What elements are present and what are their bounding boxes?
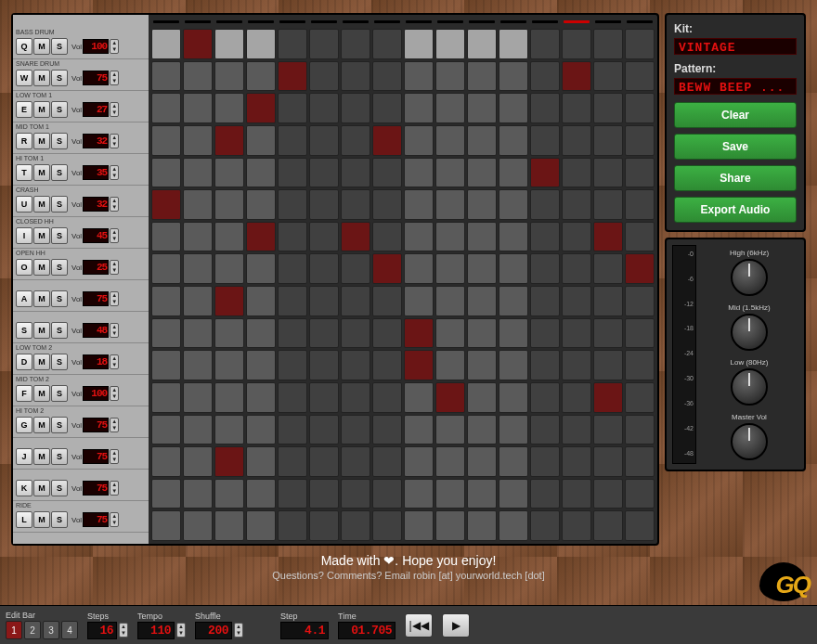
step-cell[interactable]	[593, 350, 623, 380]
step-cell[interactable]	[467, 350, 497, 380]
step-cell[interactable]	[404, 61, 434, 92]
step-cell[interactable]	[530, 286, 560, 316]
step-cell[interactable]	[499, 222, 528, 252]
step-cell[interactable]	[309, 382, 339, 413]
step-cell[interactable]	[499, 125, 528, 156]
step-cell[interactable]	[309, 350, 339, 380]
vol-spinner[interactable]: ▲▼	[110, 102, 119, 117]
step-cell[interactable]	[341, 350, 370, 380]
step-cell[interactable]	[214, 158, 244, 188]
vol-spinner[interactable]: ▲▼	[110, 512, 119, 527]
step-cell[interactable]	[467, 125, 497, 156]
step-cell[interactable]	[278, 222, 307, 252]
vol-spinner[interactable]: ▲▼	[110, 39, 119, 54]
step-cell[interactable]	[341, 415, 370, 445]
step-cell[interactable]	[562, 479, 591, 509]
step-cell[interactable]	[246, 253, 276, 284]
step-cell[interactable]	[404, 382, 434, 413]
step-cell[interactable]	[625, 61, 655, 92]
step-cell[interactable]	[309, 286, 339, 316]
step-cell[interactable]	[467, 158, 497, 188]
vol-spinner[interactable]: ▲▼	[110, 291, 119, 306]
vol-display[interactable]: 32	[83, 197, 109, 212]
step-cell[interactable]	[499, 479, 528, 509]
step-cell[interactable]	[341, 318, 370, 349]
step-cell[interactable]	[151, 382, 181, 413]
step-cell[interactable]	[214, 415, 244, 445]
step-cell[interactable]	[435, 189, 465, 220]
step-cell[interactable]	[341, 61, 370, 92]
step-cell[interactable]	[372, 446, 402, 477]
step-cell[interactable]	[372, 415, 402, 445]
step-cell[interactable]	[625, 415, 655, 445]
step-cell[interactable]	[593, 510, 623, 541]
mute-button[interactable]: M	[33, 70, 50, 86]
step-cell[interactable]	[309, 318, 339, 349]
export-audio-button[interactable]: Export Audio	[674, 197, 797, 223]
step-cell[interactable]	[341, 510, 370, 541]
mute-button[interactable]: M	[33, 417, 50, 433]
mute-button[interactable]: M	[33, 480, 50, 496]
step-cell[interactable]	[404, 446, 434, 477]
step-cell[interactable]	[562, 382, 591, 413]
step-cell[interactable]	[435, 286, 465, 316]
step-cell[interactable]	[530, 93, 560, 123]
step-cell[interactable]	[530, 415, 560, 445]
step-cell[interactable]	[593, 222, 623, 252]
track-key-button[interactable]: R	[16, 133, 32, 149]
step-cell[interactable]	[372, 93, 402, 123]
vol-spinner[interactable]: ▲▼	[110, 418, 119, 432]
step-cell[interactable]	[278, 510, 307, 541]
step-cell[interactable]	[246, 158, 276, 188]
step-cell[interactable]	[278, 29, 307, 59]
step-cell[interactable]	[625, 479, 655, 509]
vol-display[interactable]: 75	[83, 71, 109, 85]
step-cell[interactable]	[593, 479, 623, 509]
solo-button[interactable]: S	[51, 385, 68, 402]
step-cell[interactable]	[562, 125, 591, 156]
step-cell[interactable]	[530, 318, 560, 349]
step-cell[interactable]	[278, 158, 307, 188]
step-cell[interactable]	[183, 382, 213, 413]
step-cell[interactable]	[625, 510, 655, 541]
step-cell[interactable]	[183, 253, 213, 284]
step-cell[interactable]	[499, 415, 528, 445]
step-cell[interactable]	[183, 415, 213, 445]
step-cell[interactable]	[625, 318, 655, 349]
step-cell[interactable]	[183, 125, 213, 156]
step-cell[interactable]	[183, 350, 213, 380]
tempo-display[interactable]: 110	[137, 622, 175, 639]
mute-button[interactable]: M	[33, 511, 50, 528]
step-cell[interactable]	[183, 318, 213, 349]
step-cell[interactable]	[562, 61, 591, 92]
step-cell[interactable]	[278, 382, 307, 413]
step-cell[interactable]	[593, 158, 623, 188]
step-cell[interactable]	[214, 93, 244, 123]
vol-display[interactable]: 18	[83, 354, 109, 369]
step-cell[interactable]	[625, 382, 655, 413]
step-cell[interactable]	[372, 479, 402, 509]
solo-button[interactable]: S	[51, 133, 68, 149]
vol-spinner[interactable]: ▲▼	[110, 449, 119, 464]
step-cell[interactable]	[562, 189, 591, 220]
step-cell[interactable]	[372, 382, 402, 413]
track-key-button[interactable]: S	[16, 322, 32, 339]
step-cell[interactable]	[562, 29, 591, 59]
step-cell[interactable]	[246, 479, 276, 509]
mute-button[interactable]: M	[33, 259, 50, 276]
step-cell[interactable]	[372, 222, 402, 252]
step-cell[interactable]	[562, 253, 591, 284]
vol-display[interactable]: 27	[83, 102, 109, 117]
step-cell[interactable]	[435, 382, 465, 413]
step-cell[interactable]	[151, 510, 181, 541]
solo-button[interactable]: S	[51, 164, 68, 181]
vol-spinner[interactable]: ▲▼	[110, 260, 119, 275]
step-cell[interactable]	[530, 125, 560, 156]
step-cell[interactable]	[404, 29, 434, 59]
bar-button[interactable]: 1	[6, 621, 22, 639]
step-cell[interactable]	[404, 510, 434, 541]
bar-button[interactable]: 3	[43, 621, 59, 639]
step-cell[interactable]	[309, 158, 339, 188]
step-cell[interactable]	[593, 318, 623, 349]
step-cell[interactable]	[214, 29, 244, 59]
